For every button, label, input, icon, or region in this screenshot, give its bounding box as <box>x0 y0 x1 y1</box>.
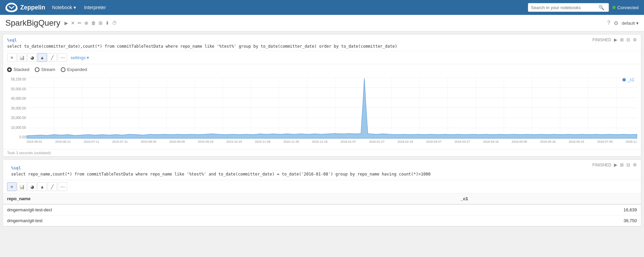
cell-2-hide-code-icon[interactable]: ⊞ <box>620 162 624 167</box>
page-title-right: ? ⚙ default ▾ <box>607 20 639 26</box>
cell-repo-1: dmgerman/git-test <box>3 215 457 226</box>
table-header-row: repo_name _c1 <box>3 193 641 204</box>
stacked-option[interactable]: Stacked <box>7 67 29 72</box>
cell-2-settings-icon[interactable]: ⚙ <box>633 162 637 167</box>
delete-icon[interactable]: 🗑 <box>91 20 96 26</box>
cell-2-tag: %sql <box>11 166 21 170</box>
search-button[interactable]: 🔍 <box>598 5 604 10</box>
title-icons: ▶ ✕ ✏ ⊕ 🗑 ⊞ ⬇ ⏱ <box>64 20 117 26</box>
cell-1-toolbar: ≡ 📊 ◕ ▲ ╱ ⋯ settings ▾ <box>3 51 641 64</box>
x-label-9: 2015-11-28 <box>284 140 299 143</box>
x-label-8: 2015-11-08 <box>255 140 270 143</box>
dropdown-chevron-icon: ▾ <box>636 21 639 26</box>
cell-c1-0: 16,639 <box>457 204 641 215</box>
x-label-19: 2016-06-15 <box>569 140 584 143</box>
cell-2-pie-btn[interactable]: ◕ <box>27 182 37 191</box>
line-chart-btn[interactable]: ╱ <box>48 53 57 62</box>
page-title-left: SparkBigQuery ▶ ✕ ✏ ⊕ 🗑 ⊞ ⬇ ⏱ <box>5 18 117 28</box>
expanded-radio[interactable] <box>61 67 65 72</box>
x-label-15: 2016-03-27 <box>455 140 470 143</box>
nav-interpreter[interactable]: Interpreter <box>84 5 106 10</box>
cell-2-query: select repo_name,count(*) from commitTab… <box>11 172 431 177</box>
connected-label: Connected <box>617 5 639 10</box>
x-label-17: 2016-05-06 <box>512 140 527 143</box>
y-label-0: 58,239.00 <box>6 77 26 81</box>
stop-icon[interactable]: ✕ <box>71 20 75 26</box>
default-label: default <box>622 21 635 26</box>
chart-area: _c1 58,239.00 50,000.00 40,000.00 30,000… <box>3 75 641 149</box>
y-label-5: 10,000.00 <box>6 126 26 130</box>
cell-1-header: %sql select to_date(committer_date),coun… <box>3 34 641 51</box>
y-label-1: 50,000.00 <box>6 87 26 91</box>
cell-2-header: %sql select repo_name,count(*) from comm… <box>3 160 641 180</box>
help-icon[interactable]: ? <box>607 20 610 26</box>
schedule-icon[interactable]: ⏱ <box>112 20 117 26</box>
nav-menu: Notebook ▾ Interpreter <box>52 5 106 10</box>
cell-1-status: FINISHED ▶ ⊞ ⊟ ⚙ <box>592 37 637 42</box>
header: Zeppelin Notebook ▾ Interpreter 🔍 Connec… <box>0 0 644 15</box>
cell-1-run-icon[interactable]: ▶ <box>614 37 617 42</box>
pie-chart-btn[interactable]: ◕ <box>27 53 37 62</box>
cell-1-settings-icon[interactable]: ⚙ <box>633 37 637 42</box>
search-box[interactable]: 🔍 <box>528 3 609 12</box>
cell-2-toolbar: ≡ 📊 ◕ ▲ ╱ ⋯ <box>3 180 641 193</box>
x-label-2: 2015-07-11 <box>84 140 99 143</box>
cell-c1-1: 38,750 <box>457 215 641 226</box>
chart-legend: _c1 <box>622 77 634 82</box>
default-dropdown[interactable]: default ▾ <box>622 21 639 26</box>
cell-2-run-icon[interactable]: ▶ <box>614 162 617 167</box>
search-input[interactable] <box>531 5 598 10</box>
edit-icon[interactable]: ✏ <box>78 20 82 26</box>
bar-chart-btn[interactable]: 📊 <box>17 53 27 62</box>
cell-1-settings-link[interactable]: settings ▾ <box>71 55 89 60</box>
nav-notebook[interactable]: Notebook ▾ <box>52 5 76 10</box>
col-repo_name: repo_name <box>3 193 457 204</box>
expanded-option[interactable]: Expanded <box>61 67 87 72</box>
download-icon[interactable]: ⬇ <box>105 20 109 26</box>
legend-label: _c1 <box>628 77 634 82</box>
y-label-2: 40,000.00 <box>6 97 26 100</box>
table-view-btn[interactable]: ≡ <box>7 53 17 62</box>
expanded-label: Expanded <box>67 67 87 72</box>
logo-text: Zeppelin <box>20 4 45 11</box>
x-axis-labels: 2015-06-01 2015-06-21 2015-07-11 2015-07… <box>27 140 637 143</box>
cell-2-area-btn[interactable]: ▲ <box>37 182 47 191</box>
x-label-16: 2016-04-16 <box>483 140 499 143</box>
clone-icon[interactable]: ⊕ <box>84 20 88 26</box>
cell-2-bar-btn[interactable]: 📊 <box>17 182 27 191</box>
x-label-11: 2016-01-07 <box>341 140 356 143</box>
cell-1-hide-code-icon[interactable]: ⊞ <box>620 37 624 42</box>
cell-2-line-btn[interactable]: ╱ <box>48 182 57 191</box>
cell-1-query: select to_date(committer_date),count(*) … <box>7 44 397 49</box>
table-row: dmgerman/git-test-decl 16,639 <box>3 204 641 215</box>
cell-2-table-btn[interactable]: ≡ <box>7 182 17 191</box>
cell-1-footer-text: Took 3 seconds (outdated) <box>7 151 51 155</box>
stream-radio[interactable] <box>35 67 39 72</box>
cell-1-hide-output-icon[interactable]: ⊟ <box>626 37 630 42</box>
x-label-0: 2015-06-01 <box>27 140 42 143</box>
area-chart-btn[interactable]: ▲ <box>37 53 47 62</box>
scatter-chart-btn[interactable]: ⋯ <box>58 53 67 62</box>
cell-2-hide-output-icon[interactable]: ⊟ <box>626 162 630 167</box>
cell-2-scatter-btn[interactable]: ⋯ <box>58 182 67 191</box>
settings-icon[interactable]: ⚙ <box>614 20 618 26</box>
stacked-radio[interactable] <box>7 67 12 72</box>
x-label-7: 2015-10-19 <box>226 140 242 143</box>
connected-badge: Connected <box>612 5 639 10</box>
stream-option[interactable]: Stream <box>35 67 55 72</box>
table-row: dmgerman/git-test 38,750 <box>3 215 641 226</box>
logo: Zeppelin <box>5 3 45 12</box>
run-icon[interactable]: ▶ <box>64 20 68 26</box>
chart-options: Stacked Stream Expanded <box>3 64 641 75</box>
cell-2-status-text: FINISHED <box>592 163 611 167</box>
page-title: SparkBigQuery <box>5 18 60 28</box>
cell-2-status: FINISHED ▶ ⊞ ⊟ ⚙ <box>592 162 637 167</box>
cell-2-code: %sql select repo_name,count(*) from comm… <box>7 162 435 179</box>
x-label-10: 2015-12-18 <box>312 140 327 143</box>
y-label-6: 0.00 <box>6 135 26 139</box>
export-icon[interactable]: ⊞ <box>99 20 103 26</box>
cell-1-code: %sql select to_date(committer_date),coun… <box>7 37 397 49</box>
y-label-3: 30,000.00 <box>6 107 26 110</box>
x-label-1: 2015-06-21 <box>55 140 71 143</box>
settings-chevron-icon: ▾ <box>87 55 89 60</box>
